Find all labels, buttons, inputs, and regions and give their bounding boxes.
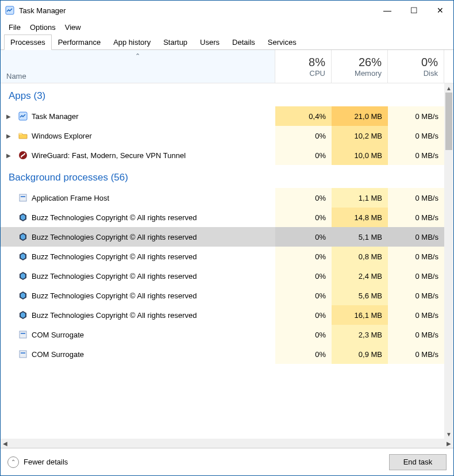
column-header-name[interactable]: ⌃ Name [1,50,275,83]
svg-rect-2 [19,133,22,135]
process-row[interactable]: ▶ Task Manager 0,4% 21,0 MB 0 MB/s [1,106,444,126]
sort-ascending-icon: ⌃ [135,52,140,60]
scroll-up-icon[interactable]: ▲ [444,83,453,93]
process-row[interactable]: COM Surrogate 0% 0,9 MB 0 MB/s [1,344,444,364]
process-name: Buzz Technologies Copyright © All rights… [29,233,275,241]
tab-app-history[interactable]: App history [107,34,157,50]
close-button[interactable]: ✕ [427,1,453,20]
scroll-down-icon[interactable]: ▼ [444,429,453,439]
memory-label: Memory [355,69,382,78]
menu-bar: File Options View [1,20,453,34]
disk-cell: 0 MB/s [388,106,444,126]
process-name: Windows Explorer [29,132,275,140]
disk-cell: 0 MB/s [388,247,444,266]
cpu-cell: 0% [275,286,332,305]
process-row[interactable]: Buzz Technologies Copyright © All rights… [1,247,444,266]
group-bg-header[interactable]: Background processes (56) [1,165,444,188]
cpu-cell: 0% [275,266,332,286]
vertical-scrollbar[interactable]: ▲ ▼ [444,83,453,439]
end-task-button[interactable]: End task [389,454,447,470]
cpu-cell: 0% [275,325,332,344]
mem-cell: 1,1 MB [332,188,388,208]
svg-rect-4 [20,194,26,201]
mem-cell: 5,6 MB [332,286,388,305]
svg-rect-21 [21,352,25,354]
expand-icon[interactable]: ▶ [1,133,17,139]
disk-cell: 0 MB/s [388,145,444,165]
cpu-cell: 0% [275,145,332,165]
process-name: Buzz Technologies Copyright © All rights… [29,252,275,261]
tab-startup[interactable]: Startup [157,34,194,50]
disk-cell: 0 MB/s [388,266,444,286]
buzz-hex-icon [17,271,29,281]
disk-label: Disk [424,69,438,78]
disk-cell: 0 MB/s [388,286,444,305]
process-row[interactable]: Buzz Technologies Copyright © All rights… [1,266,444,286]
menu-view[interactable]: View [60,22,86,33]
tab-details[interactable]: Details [226,34,261,50]
disk-total-pct: 0% [421,56,438,69]
wireguard-icon [17,151,29,160]
cpu-label: CPU [310,69,325,78]
scroll-track[interactable] [444,93,453,429]
chevron-up-icon: ⌃ [7,456,19,468]
menu-file[interactable]: File [4,22,25,33]
mem-cell: 2,3 MB [332,325,388,344]
explorer-icon [17,131,29,140]
tab-services[interactable]: Services [261,34,303,50]
buzz-hex-icon [17,252,29,261]
disk-cell: 0 MB/s [388,305,444,325]
scroll-right-icon[interactable]: ▶ [444,440,453,447]
tab-users[interactable]: Users [194,34,226,50]
group-apps-header[interactable]: Apps (3) [1,83,444,106]
process-name: Buzz Technologies Copyright © All rights… [29,213,275,222]
mem-cell: 10,0 MB [332,145,388,165]
column-header-cpu[interactable]: 8% CPU [275,50,332,83]
cpu-cell: 0% [275,188,332,208]
maximize-button[interactable]: ☐ [401,1,427,20]
app-icon [5,6,14,15]
cpu-cell: 0% [275,305,332,325]
process-row[interactable]: Buzz Technologies Copyright © All rights… [1,305,444,325]
mem-cell: 2,4 MB [332,266,388,286]
menu-options[interactable]: Options [25,22,60,33]
tab-performance[interactable]: Performance [52,34,107,50]
fewer-details-label: Fewer details [24,458,68,466]
process-name: Buzz Technologies Copyright © All rights… [29,311,275,320]
expand-icon[interactable]: ▶ [1,113,17,120]
cpu-cell: 0% [275,344,332,364]
disk-cell: 0 MB/s [388,188,444,208]
process-row[interactable]: ▶ Windows Explorer 0% 10,2 MB 0 MB/s [1,126,444,145]
process-list-body[interactable]: Apps (3) ▶ Task Manager 0,4% 21,0 MB 0 M… [1,83,444,439]
scroll-thumb[interactable] [445,93,452,150]
process-row[interactable]: COM Surrogate 0% 2,3 MB 0 MB/s [1,325,444,344]
buzz-hex-icon [17,310,29,320]
tab-processes[interactable]: Processes [4,34,52,50]
process-row[interactable]: Buzz Technologies Copyright © All rights… [1,208,444,227]
buzz-hex-icon [17,291,29,300]
column-header-disk[interactable]: 0% Disk [388,50,444,83]
horizontal-scrollbar[interactable]: ◀ ▶ [1,439,453,448]
column-header-memory[interactable]: 26% Memory [332,50,388,83]
cpu-cell: 0,4% [275,106,332,126]
fewer-details-toggle[interactable]: ⌃ Fewer details [7,456,68,468]
mem-cell: 10,2 MB [332,126,388,145]
process-row[interactable]: Buzz Technologies Copyright © All rights… [1,286,444,305]
disk-cell: 0 MB/s [388,227,444,247]
header-scroll-gutter [444,50,453,83]
process-row[interactable]: ▶ WireGuard: Fast, Modern, Secure VPN Tu… [1,145,444,165]
generic-exe-icon [17,350,29,359]
taskmgr-icon [17,112,29,121]
mem-cell: 21,0 MB [332,106,388,126]
cpu-total-pct: 8% [309,56,325,69]
cpu-cell: 0% [275,126,332,145]
process-row-selected[interactable]: Buzz Technologies Copyright © All rights… [1,227,444,247]
process-name: Buzz Technologies Copyright © All rights… [29,272,275,281]
generic-exe-icon [17,193,29,202]
expand-icon[interactable]: ▶ [1,152,17,159]
scroll-left-icon[interactable]: ◀ [1,440,10,447]
tab-bar: Processes Performance App history Startu… [1,34,453,50]
process-row[interactable]: Application Frame Host 0% 1,1 MB 0 MB/s [1,188,444,208]
minimize-button[interactable]: — [374,1,401,20]
process-name: COM Surrogate [29,350,275,359]
